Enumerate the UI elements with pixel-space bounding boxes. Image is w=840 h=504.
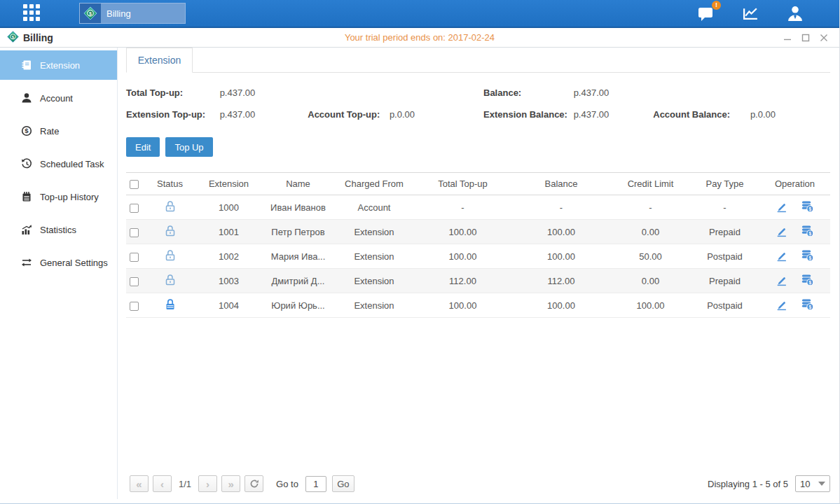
- col-header-status: Status: [144, 173, 195, 195]
- resource-monitor-chart-icon[interactable]: [742, 6, 759, 22]
- total-topup-value: p.437.00: [220, 82, 256, 104]
- col-header-credit-limit: Credit Limit: [611, 173, 690, 195]
- goto-page-input[interactable]: [305, 476, 326, 492]
- topup-coins-icon[interactable]: $: [801, 224, 814, 239]
- sidebar-item-label: Top-up History: [40, 192, 99, 202]
- row-checkbox[interactable]: [130, 228, 139, 237]
- first-page-button[interactable]: «: [130, 475, 149, 492]
- extension-balance-value: p.437.00: [574, 104, 651, 125]
- col-header-pay-type: Pay Type: [690, 173, 759, 195]
- dropdown-triangle-icon: [818, 482, 825, 486]
- edit-pencil-icon[interactable]: [776, 273, 788, 288]
- row-checkbox[interactable]: [130, 204, 139, 213]
- taskbar-tab-billing[interactable]: $ Billing: [79, 3, 186, 24]
- billing-summary: Total Top-up: p.437.00 Extension Top-up:…: [126, 82, 830, 125]
- refresh-button[interactable]: [245, 475, 263, 492]
- extension-topup-label: Extension Top-up:: [126, 104, 217, 125]
- svg-text:$: $: [808, 206, 811, 212]
- go-button[interactable]: Go: [332, 475, 354, 492]
- window-titlebar: $ Billing Your trial period ends on: 201…: [0, 28, 839, 48]
- topup-coins-icon[interactable]: $: [801, 273, 814, 288]
- taskbar-tab-label: Billing: [106, 8, 131, 19]
- account-balance-value: p.0.00: [750, 104, 776, 125]
- sidebar-item-label: Rate: [40, 126, 59, 136]
- sidebar-item-rate[interactable]: $ Rate: [0, 116, 117, 146]
- svg-text:$: $: [808, 231, 811, 237]
- user-account-icon[interactable]: [786, 5, 804, 22]
- sidebar-item-label: Account: [40, 93, 73, 104]
- col-header-name: Name: [262, 173, 334, 195]
- table-row: 1000 Иван Иванов Account - - - - $: [126, 195, 830, 220]
- maximize-icon[interactable]: [801, 34, 810, 42]
- row-checkbox[interactable]: [130, 302, 139, 311]
- displaying-count: Displaying 1 - 5 of 5: [708, 479, 788, 489]
- top-up-button[interactable]: Top Up: [165, 137, 212, 157]
- notebook-icon: [21, 191, 32, 202]
- close-icon[interactable]: [820, 34, 828, 42]
- pagination-bar: « ‹ 1/1 › » Go to Go Displaying 1 - 5 of…: [130, 474, 830, 493]
- col-header-balance: Balance: [511, 173, 611, 195]
- sidebar-item-label: Scheduled Task: [40, 159, 104, 169]
- status-lock-icon: [164, 278, 177, 288]
- sidebar-item-topup-history[interactable]: Top-up History: [0, 182, 117, 211]
- svg-text:$: $: [808, 280, 811, 286]
- minimize-icon[interactable]: [783, 34, 792, 42]
- topup-coins-icon[interactable]: $: [801, 248, 814, 264]
- edit-button[interactable]: Edit: [126, 137, 160, 157]
- app-launcher-grid-icon[interactable]: [23, 4, 50, 22]
- balance-label: Balance:: [483, 82, 571, 104]
- account-topup-value: p.0.00: [390, 104, 415, 125]
- sidebar-item-extension[interactable]: Extension: [0, 50, 117, 80]
- sidebar-item-scheduled-task[interactable]: Scheduled Task: [0, 149, 117, 178]
- total-topup-label: Total Top-up:: [126, 82, 217, 104]
- account-topup-label: Account Top-up:: [308, 104, 387, 125]
- col-header-total-topup: Total Top-up: [414, 173, 511, 195]
- sidebar-item-label: Extension: [40, 60, 80, 71]
- col-header-extension: Extension: [195, 173, 262, 195]
- col-header-charged-from: Charged From: [334, 173, 414, 195]
- tab-extension[interactable]: Extension: [126, 48, 193, 73]
- edit-pencil-icon[interactable]: [776, 200, 788, 215]
- sidebar-item-statistics[interactable]: Statistics: [0, 215, 117, 244]
- history-clock-icon: [21, 158, 32, 169]
- edit-pencil-icon[interactable]: [776, 298, 788, 313]
- table-header-row: Status Extension Name Charged From Total…: [126, 173, 830, 195]
- topup-coins-icon[interactable]: $: [801, 298, 814, 313]
- dollar-circle-icon: $: [21, 125, 32, 136]
- goto-label: Go to: [276, 479, 298, 489]
- topup-coins-icon[interactable]: $: [801, 200, 814, 215]
- sidebar-item-label: General Settings: [40, 258, 108, 268]
- last-page-button[interactable]: »: [221, 475, 240, 492]
- person-icon: [21, 92, 32, 104]
- row-checkbox[interactable]: [130, 253, 139, 262]
- billing-app-window: $ Billing !: [0, 0, 840, 504]
- prev-page-button[interactable]: ‹: [153, 475, 172, 492]
- billing-diamond-icon: $: [80, 4, 101, 23]
- status-lock-icon: [164, 253, 177, 264]
- page-size-select[interactable]: 10: [795, 475, 830, 492]
- notifications-message-icon[interactable]: !: [698, 5, 715, 22]
- sidebar-item-account[interactable]: Account: [0, 83, 117, 113]
- col-header-operation: Operation: [759, 173, 830, 195]
- svg-text:$: $: [808, 304, 811, 310]
- sidebar: Extension Account $ Rate: [0, 48, 118, 499]
- row-checkbox[interactable]: [130, 277, 139, 286]
- page-indicator: 1/1: [179, 479, 191, 489]
- statistics-icon: [21, 224, 32, 235]
- edit-pencil-icon[interactable]: [776, 224, 788, 239]
- svg-text:$: $: [808, 255, 811, 261]
- next-page-button[interactable]: ›: [198, 475, 217, 492]
- extensions-table: Status Extension Name Charged From Total…: [126, 172, 830, 318]
- extension-book-icon: [21, 59, 32, 71]
- extension-balance-label: Extension Balance:: [483, 104, 571, 125]
- table-row: 1001 Петр Петров Extension 100.00 100.00…: [126, 220, 830, 244]
- trial-notice: Your trial period ends on: 2017-02-24: [0, 32, 839, 43]
- edit-pencil-icon[interactable]: [776, 248, 788, 264]
- status-lock-icon: [164, 229, 177, 239]
- table-row: 1003 Дмитрий Д... Extension 112.00 112.0…: [126, 269, 830, 293]
- main-content: Extension Total Top-up: p.437.00 Extensi…: [118, 48, 840, 499]
- sidebar-item-label: Statistics: [40, 225, 76, 235]
- top-navbar: $ Billing !: [0, 0, 839, 28]
- sidebar-item-general-settings[interactable]: General Settings: [0, 248, 117, 277]
- select-all-checkbox[interactable]: [130, 180, 139, 189]
